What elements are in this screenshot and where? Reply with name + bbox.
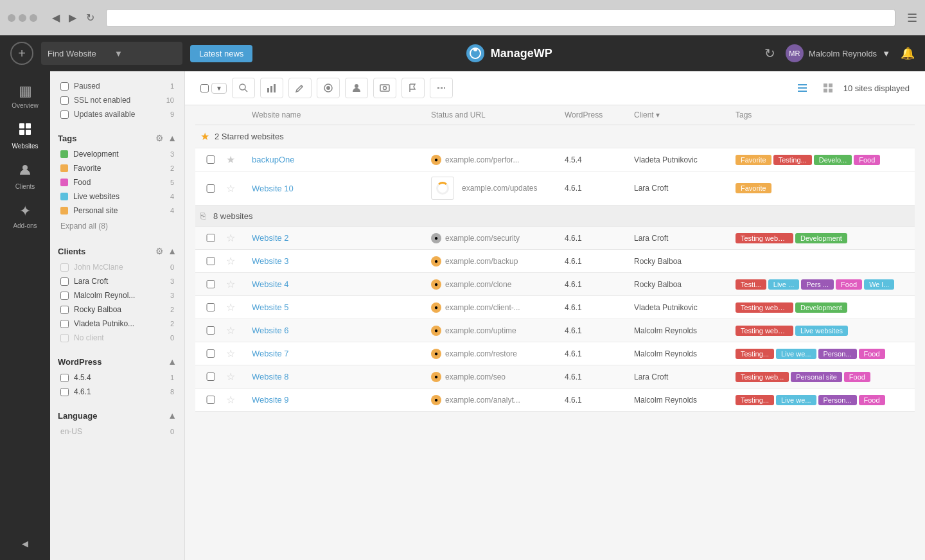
tag-badge[interactable]: Testing websites <box>736 233 793 243</box>
th-url[interactable]: Status and URL <box>431 110 559 119</box>
row-fav-w4[interactable]: ☆ <box>226 278 247 290</box>
tag-badge[interactable]: Testing web... <box>736 372 789 382</box>
add-website-button[interactable]: + <box>10 42 33 65</box>
filter-updates-checkbox[interactable] <box>60 110 69 119</box>
tag-badge[interactable]: Favorite <box>736 155 771 165</box>
edit-button[interactable] <box>288 78 312 98</box>
wordpress-collapse-icon[interactable]: ▲ <box>168 356 177 367</box>
client-john-checkbox[interactable] <box>60 263 69 272</box>
search-button[interactable] <box>232 78 255 98</box>
tag-badge[interactable]: Testing websites <box>736 302 793 313</box>
forward-button[interactable]: ▶ <box>66 10 80 25</box>
row-checkbox-w5[interactable] <box>200 303 221 311</box>
client-vladeta[interactable]: Vladeta Putniko... 2 <box>50 317 184 331</box>
site-name-backupone[interactable]: backupOne <box>252 155 426 164</box>
row-checkbox-backupone[interactable] <box>200 155 221 164</box>
tag-badge[interactable]: Food <box>854 155 880 165</box>
client-lara[interactable]: Lara Croft 3 <box>50 274 184 288</box>
row-fav-w8[interactable]: ☆ <box>226 371 247 383</box>
row-checkbox-website10[interactable] <box>200 184 221 193</box>
filter-ssl-checkbox[interactable] <box>60 96 69 105</box>
lang-enus[interactable]: en-US 0 <box>50 424 184 439</box>
row-fav-w3[interactable]: ☆ <box>226 255 247 267</box>
list-view-button[interactable] <box>792 78 813 98</box>
row-checkbox-w7[interactable] <box>200 349 221 358</box>
wp-461[interactable]: 4.6.1 8 <box>50 385 184 399</box>
tag-badge[interactable]: Favorite <box>736 183 771 193</box>
client-rocky-checkbox[interactable] <box>60 306 69 314</box>
site-name-w9[interactable]: Website 9 <box>252 395 426 405</box>
screenshot-button[interactable] <box>373 78 396 98</box>
clients-collapse-icon[interactable]: ▲ <box>168 246 177 256</box>
row-checkbox-w2[interactable] <box>200 234 221 242</box>
grid-view-button[interactable] <box>818 78 838 98</box>
client-none-checkbox[interactable] <box>60 334 69 342</box>
tag-badge[interactable]: Develo... <box>814 155 852 165</box>
client-vladeta-checkbox[interactable] <box>60 320 69 328</box>
expand-all-button[interactable]: Expand all (8) <box>50 218 184 234</box>
user-menu[interactable]: MR Malcolm Reynolds ▼ <box>786 44 890 62</box>
tag-badge[interactable]: Food <box>844 372 870 382</box>
select-dropdown-button[interactable]: ▼ <box>211 83 227 94</box>
tag-badge[interactable]: We l... <box>864 279 894 290</box>
sidebar-item-overview[interactable]: ▦ Overview <box>0 76 50 116</box>
tag-badge[interactable]: Live websites <box>795 326 848 336</box>
site-name-w8[interactable]: Website 8 <box>252 372 426 381</box>
back-button[interactable]: ◀ <box>49 10 63 25</box>
client-lara-checkbox[interactable] <box>60 277 69 286</box>
site-name-w3[interactable]: Website 3 <box>252 256 426 266</box>
row-fav-w9[interactable]: ☆ <box>226 394 247 406</box>
th-name[interactable]: Website name <box>252 110 426 119</box>
tags-collapse-icon[interactable]: ▲ <box>168 133 177 143</box>
row-fav-w2[interactable]: ☆ <box>226 232 247 244</box>
tag-badge[interactable]: Live ... <box>768 279 799 290</box>
wp-454-checkbox[interactable] <box>60 374 69 382</box>
tag-badge[interactable]: Person... <box>818 395 857 405</box>
row-checkbox-w6[interactable] <box>200 326 221 335</box>
refresh-button[interactable]: ↻ <box>86 12 94 24</box>
notifications-button[interactable]: 🔔 <box>901 46 915 60</box>
tag-badge[interactable]: Testing... <box>773 155 812 165</box>
tag-badge[interactable]: Food <box>836 279 862 290</box>
latest-news-button[interactable]: Latest news <box>190 45 252 62</box>
client-rocky[interactable]: Rocky Balboa 2 <box>50 302 184 317</box>
client-none[interactable]: No client 0 <box>50 331 184 345</box>
address-bar[interactable] <box>106 9 895 27</box>
th-tags[interactable]: Tags <box>736 110 910 119</box>
tag-badge[interactable]: Personal site <box>791 372 842 382</box>
tag-food[interactable]: Food 5 <box>50 175 184 189</box>
tag-badge[interactable]: Testing... <box>736 349 774 359</box>
tags-settings-icon[interactable]: ⚙ <box>155 133 164 143</box>
language-collapse-icon[interactable]: ▲ <box>168 410 177 421</box>
tag-badge[interactable]: Live we... <box>776 349 816 359</box>
row-checkbox-w8[interactable] <box>200 372 221 381</box>
browser-nav[interactable]: ◀ ▶ <box>49 10 80 25</box>
more-button[interactable] <box>430 78 453 98</box>
tag-badge[interactable]: Testi... <box>736 279 766 290</box>
row-fav-website10[interactable]: ☆ <box>226 182 247 195</box>
sidebar-item-addons[interactable]: ✦ Add-ons <box>0 197 50 236</box>
tag-personal[interactable]: Personal site 4 <box>50 204 184 218</box>
client-malcolm-checkbox[interactable] <box>60 292 69 300</box>
clients-settings-icon[interactable]: ⚙ <box>155 246 164 256</box>
filter-updates[interactable]: Updates available 9 <box>50 107 184 121</box>
sidebar-item-websites[interactable]: Websites <box>0 116 50 156</box>
sync-button[interactable]: ↻ <box>764 46 775 61</box>
th-wp[interactable]: WordPress <box>565 110 629 119</box>
user-button[interactable] <box>345 78 368 98</box>
tag-favorite[interactable]: Favorite 2 <box>50 161 184 175</box>
site-name-w6[interactable]: Website 6 <box>252 326 426 335</box>
wp-454[interactable]: 4.5.4 1 <box>50 371 184 385</box>
tag-badge[interactable]: Testing websites <box>736 326 793 336</box>
wp-461-checkbox[interactable] <box>60 388 69 396</box>
site-name-w4[interactable]: Website 4 <box>252 279 426 289</box>
tag-live[interactable]: Live websites 4 <box>50 189 184 204</box>
site-name-website10[interactable]: Website 10 <box>252 184 426 193</box>
client-malcolm[interactable]: Malcolm Reynol... 3 <box>50 288 184 302</box>
tag-badge[interactable]: Live we... <box>776 395 816 405</box>
color-button[interactable] <box>317 78 340 98</box>
row-fav-backupone[interactable]: ★ <box>226 153 247 166</box>
site-name-w2[interactable]: Website 2 <box>252 233 426 243</box>
sidebar-item-clients[interactable]: Clients <box>0 156 50 197</box>
tag-badge[interactable]: Development <box>795 302 847 313</box>
